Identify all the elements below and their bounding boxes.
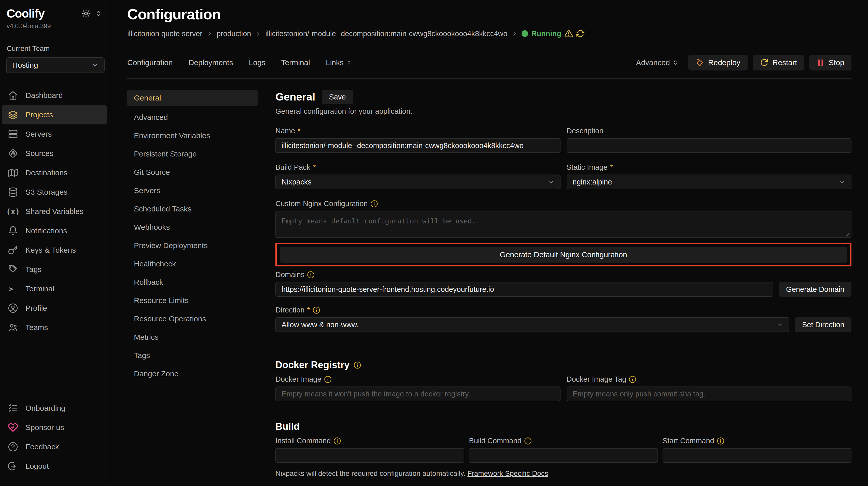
sidebar-item-dashboard[interactable]: Dashboard xyxy=(2,86,107,105)
restart-button[interactable]: Restart xyxy=(753,55,804,70)
chevron-down-icon xyxy=(91,62,98,69)
subnav-item-danger-zone[interactable]: Danger Zone xyxy=(127,365,257,383)
chevron-right-icon xyxy=(255,31,261,37)
direction-select[interactable]: Allow www & non-www. xyxy=(275,317,789,332)
subnav-item-advanced[interactable]: Advanced xyxy=(127,108,257,126)
sidebar-item-label: Tags xyxy=(26,265,41,274)
sidebar-item-shared-variables[interactable]: (x) Shared Variables xyxy=(2,202,107,221)
sidebar-item-sources[interactable]: Sources xyxy=(2,144,107,163)
build-pack-select[interactable]: Nixpacks xyxy=(275,174,560,189)
tabs-divider xyxy=(127,78,851,78)
save-button[interactable]: Save xyxy=(322,90,353,104)
info-icon xyxy=(524,437,532,445)
app-version: v4.0.0-beta.399 xyxy=(0,20,111,30)
map-icon xyxy=(8,167,18,178)
breadcrumb-application[interactable]: illicitestonion/-module--decomposition:m… xyxy=(265,30,507,38)
refresh-icon[interactable] xyxy=(576,29,585,38)
key-icon xyxy=(8,245,18,256)
home-icon xyxy=(8,90,18,101)
breadcrumb-project[interactable]: illicitonion quote server xyxy=(127,30,203,38)
redeploy-button[interactable]: Redeploy xyxy=(688,55,748,70)
sidebar-item-teams[interactable]: Teams xyxy=(2,318,107,337)
sidebar: Coolify v4.0.0-beta.399 Current Team Hos… xyxy=(0,0,111,486)
highlight-annotation: Generate Default Nginx Configuration xyxy=(275,243,851,266)
advanced-select[interactable]: Advanced xyxy=(636,58,678,67)
subnav-item-scheduled-tasks[interactable]: Scheduled Tasks xyxy=(127,200,257,218)
restart-icon xyxy=(760,58,769,67)
subnav-item-environment-variables[interactable]: Environment Variables xyxy=(127,126,257,145)
domains-input[interactable] xyxy=(275,282,773,297)
team-select[interactable]: Hosting xyxy=(6,57,104,73)
sidebar-item-sponsor-us[interactable]: Sponsor us xyxy=(2,418,107,437)
docker-image-input[interactable] xyxy=(275,387,560,401)
subnav-item-webhooks[interactable]: Webhooks xyxy=(127,218,257,236)
theme-select-chevrons[interactable] xyxy=(95,10,102,17)
advanced-select-label: Advanced xyxy=(636,58,670,67)
config-subnav: General Advanced Environment Variables P… xyxy=(127,90,257,486)
name-input[interactable] xyxy=(275,138,560,153)
server-icon xyxy=(8,129,18,139)
status-label[interactable]: Running xyxy=(531,30,561,38)
subnav-item-git-source[interactable]: Git Source xyxy=(127,163,257,182)
info-icon xyxy=(629,376,637,383)
tab-links[interactable]: Links xyxy=(326,58,352,67)
sidebar-item-logout[interactable]: Logout xyxy=(2,456,107,476)
custom-nginx-textarea[interactable] xyxy=(275,211,851,238)
subnav-item-tags[interactable]: Tags xyxy=(127,346,257,365)
sidebar-item-s3-storages[interactable]: S3 Storages xyxy=(2,183,107,202)
static-image-value: nginx:alpine xyxy=(573,178,612,186)
domains-label: Domains xyxy=(275,270,304,279)
generate-default-nginx-configuration-button[interactable]: Generate Default Nginx Configuration xyxy=(280,247,847,263)
build-command-input[interactable] xyxy=(469,448,658,463)
subnav-item-preview-deployments[interactable]: Preview Deployments xyxy=(127,236,257,255)
sidebar-item-tags[interactable]: Tags xyxy=(2,260,107,279)
main-area: Configuration illicitonion quote server … xyxy=(111,0,868,486)
static-image-select[interactable]: nginx:alpine xyxy=(567,174,852,189)
subnav-item-resource-limits[interactable]: Resource Limits xyxy=(127,291,257,310)
sidebar-item-onboarding[interactable]: Onboarding xyxy=(2,398,107,418)
sidebar-item-projects[interactable]: Projects xyxy=(2,105,107,124)
start-command-input[interactable] xyxy=(662,448,851,463)
sidebar-item-label: Terminal xyxy=(26,285,54,293)
install-command-input[interactable] xyxy=(275,448,464,463)
tab-terminal[interactable]: Terminal xyxy=(281,58,310,67)
tab-deployments[interactable]: Deployments xyxy=(188,58,233,67)
framework-docs-link[interactable]: Framework Specific Docs xyxy=(467,469,548,477)
sidebar-item-destinations[interactable]: Destinations xyxy=(2,163,107,183)
terminal-icon: >_ xyxy=(8,284,18,294)
tab-configuration[interactable]: Configuration xyxy=(127,58,173,67)
sidebar-item-keys-tokens[interactable]: Keys & Tokens xyxy=(2,240,107,260)
build-command-field-group: Build Command xyxy=(469,436,658,463)
subnav-item-rollback[interactable]: Rollback xyxy=(127,273,257,291)
resize-handle-icon[interactable] xyxy=(845,232,849,236)
subnav-item-servers[interactable]: Servers xyxy=(127,182,257,200)
theme-toggle[interactable] xyxy=(82,9,90,18)
stop-button[interactable]: Stop xyxy=(809,55,851,70)
database-icon xyxy=(8,187,18,197)
chevron-down-icon xyxy=(548,179,554,185)
sidebar-item-feedback[interactable]: Feedback xyxy=(2,437,107,456)
description-input[interactable] xyxy=(567,138,852,153)
bell-icon xyxy=(8,225,18,236)
subnav-item-general[interactable]: General xyxy=(127,90,257,106)
build-pack-label: Build Pack xyxy=(275,163,310,171)
user-icon xyxy=(8,303,18,314)
generate-domain-button[interactable]: Generate Domain xyxy=(779,282,851,297)
sidebar-item-notifications[interactable]: Notifications xyxy=(2,221,107,240)
sidebar-item-servers[interactable]: Servers xyxy=(2,124,107,144)
warning-icon[interactable] xyxy=(564,29,573,38)
sidebar-item-profile[interactable]: Profile xyxy=(2,298,107,318)
subnav-item-persistent-storage[interactable]: Persistent Storage xyxy=(127,145,257,163)
tab-links-label: Links xyxy=(326,58,344,67)
chevrons-up-down-icon xyxy=(346,60,352,65)
breadcrumb-environment[interactable]: production xyxy=(217,30,251,38)
tab-logs[interactable]: Logs xyxy=(249,58,266,67)
sidebar-item-terminal[interactable]: >_ Terminal xyxy=(2,279,107,298)
docker-image-tag-input[interactable] xyxy=(567,387,852,401)
sidebar-bottom-nav: Onboarding Sponsor us Feedback Logout xyxy=(0,398,111,476)
direction-value: Allow www & non-www. xyxy=(282,321,359,329)
subnav-item-metrics[interactable]: Metrics xyxy=(127,328,257,346)
set-direction-button[interactable]: Set Direction xyxy=(795,317,851,332)
subnav-item-resource-operations[interactable]: Resource Operations xyxy=(127,310,257,328)
subnav-item-healthcheck[interactable]: Healthcheck xyxy=(127,255,257,273)
